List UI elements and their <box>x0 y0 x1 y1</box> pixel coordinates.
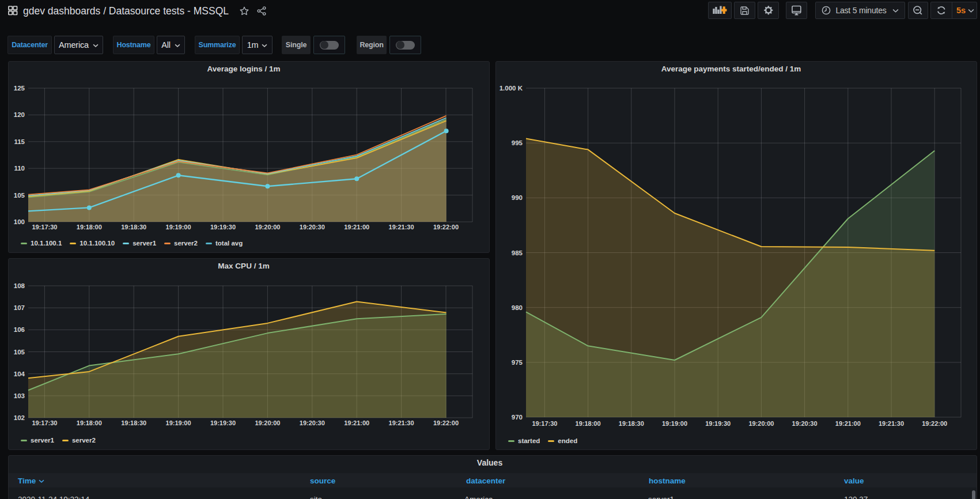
svg-text:19:17:30: 19:17:30 <box>532 420 557 427</box>
svg-text:105: 105 <box>14 192 25 199</box>
svg-text:120: 120 <box>14 111 25 118</box>
svg-text:19:18:30: 19:18:30 <box>121 419 146 426</box>
svg-text:106: 106 <box>14 326 25 333</box>
svg-text:19:19:00: 19:19:00 <box>166 419 191 426</box>
svg-text:985: 985 <box>512 250 523 256</box>
svg-text:107: 107 <box>14 304 25 311</box>
svg-text:19:19:30: 19:19:30 <box>705 420 731 427</box>
svg-text:980: 980 <box>512 304 523 311</box>
svg-text:19:18:30: 19:18:30 <box>619 420 644 427</box>
svg-text:19:22:00: 19:22:00 <box>433 224 459 230</box>
svg-text:19:20:00: 19:20:00 <box>748 420 774 427</box>
svg-text:1.000 K: 1.000 K <box>500 85 523 92</box>
svg-text:19:21:00: 19:21:00 <box>835 420 861 427</box>
svg-text:990: 990 <box>512 194 523 201</box>
svg-text:19:18:00: 19:18:00 <box>77 419 102 426</box>
svg-text:108: 108 <box>14 282 25 289</box>
svg-text:19:22:00: 19:22:00 <box>922 420 947 427</box>
svg-text:19:19:30: 19:19:30 <box>210 419 236 426</box>
svg-text:995: 995 <box>512 139 523 146</box>
svg-text:19:18:00: 19:18:00 <box>576 420 601 427</box>
svg-text:19:20:30: 19:20:30 <box>300 224 325 230</box>
svg-text:104: 104 <box>14 371 25 377</box>
svg-text:19:17:30: 19:17:30 <box>32 224 57 230</box>
svg-text:110: 110 <box>14 165 25 172</box>
svg-text:125: 125 <box>14 85 25 92</box>
svg-text:19:21:00: 19:21:00 <box>344 224 369 230</box>
svg-text:105: 105 <box>14 349 25 356</box>
svg-text:975: 975 <box>512 359 523 366</box>
svg-text:19:22:00: 19:22:00 <box>433 419 459 426</box>
svg-text:19:18:00: 19:18:00 <box>77 224 102 230</box>
svg-text:19:17:30: 19:17:30 <box>32 419 57 426</box>
svg-text:19:21:30: 19:21:30 <box>389 419 414 426</box>
svg-text:19:21:30: 19:21:30 <box>389 224 414 230</box>
svg-text:100: 100 <box>14 218 25 225</box>
svg-text:19:20:30: 19:20:30 <box>792 420 818 427</box>
svg-text:19:20:30: 19:20:30 <box>300 419 325 426</box>
svg-text:19:20:00: 19:20:00 <box>255 224 280 230</box>
svg-text:115: 115 <box>14 138 25 145</box>
svg-text:102: 102 <box>14 414 25 421</box>
svg-text:19:19:00: 19:19:00 <box>166 224 191 230</box>
svg-text:970: 970 <box>512 414 523 421</box>
svg-text:19:18:30: 19:18:30 <box>121 224 146 230</box>
svg-text:19:19:00: 19:19:00 <box>662 420 687 427</box>
svg-text:103: 103 <box>14 392 25 399</box>
svg-text:19:20:00: 19:20:00 <box>255 419 280 426</box>
svg-text:19:19:30: 19:19:30 <box>210 224 236 230</box>
svg-text:19:21:30: 19:21:30 <box>879 420 904 427</box>
svg-text:19:21:00: 19:21:00 <box>344 419 369 426</box>
